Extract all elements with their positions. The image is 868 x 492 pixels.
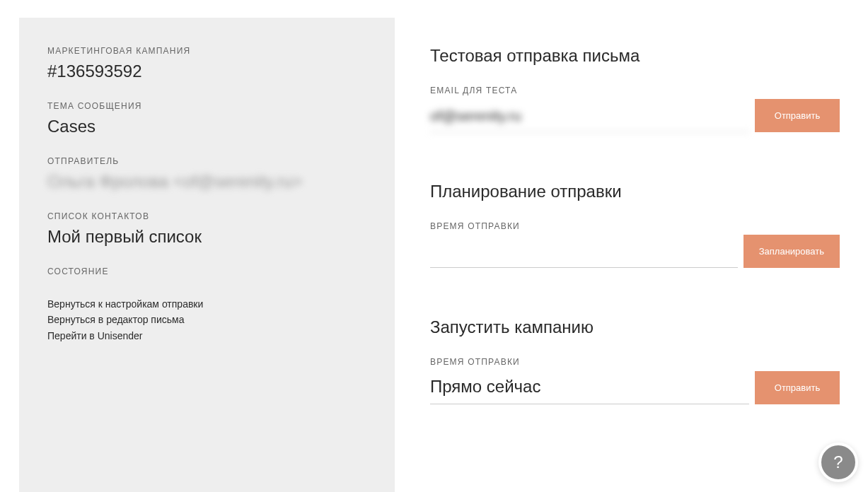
schedule-title: Планирование отправки [430,182,840,201]
subject-label: ТЕМА СООБЩЕНИЯ [47,101,366,111]
schedule-time-label: ВРЕМЯ ОТПРАВКИ [430,221,738,231]
link-back-editor[interactable]: Вернуться в редактор письма [47,312,366,327]
contact-list-value: Мой первый список [47,227,366,247]
help-icon[interactable]: ? [818,443,858,482]
sender-label: ОТПРАВИТЕЛЬ [47,156,366,166]
test-send-title: Тестовая отправка письма [430,46,840,66]
nav-links: Вернуться к настройкам отправки Вернутьс… [47,296,366,344]
campaign-id-value: #136593592 [47,62,366,81]
launch-send-button[interactable]: Отправить [755,371,840,404]
schedule-time-input[interactable] [430,237,738,268]
test-email-input[interactable] [430,101,749,132]
launch-time-label: ВРЕМЯ ОТПРАВКИ [430,357,749,367]
test-email-label: EMAIL ДЛЯ ТЕСТА [430,86,749,95]
contact-list-label: СПИСОК КОНТАКТОВ [47,211,366,221]
campaign-id-label: МАРКЕТИНГОВАЯ КАМПАНИЯ [47,46,366,56]
launch-time-value: Прямо сейчас [430,373,749,404]
launch-title: Запустить кампанию [430,317,840,337]
link-back-settings[interactable]: Вернуться к настройкам отправки [47,296,366,312]
subject-value: Cases [47,117,366,136]
main-content: Тестовая отправка письма EMAIL ДЛЯ ТЕСТА… [395,18,868,492]
campaign-sidebar: МАРКЕТИНГОВАЯ КАМПАНИЯ #136593592 ТЕМА С… [19,18,395,492]
sender-value: Ольга Фролова <of@serenity.ru> [47,172,366,192]
link-unisender[interactable]: Перейти в Unisender [47,328,366,344]
schedule-button[interactable]: Запланировать [743,235,840,268]
test-send-button[interactable]: Отправить [755,99,840,132]
status-label: СОСТОЯНИЕ [47,266,366,276]
